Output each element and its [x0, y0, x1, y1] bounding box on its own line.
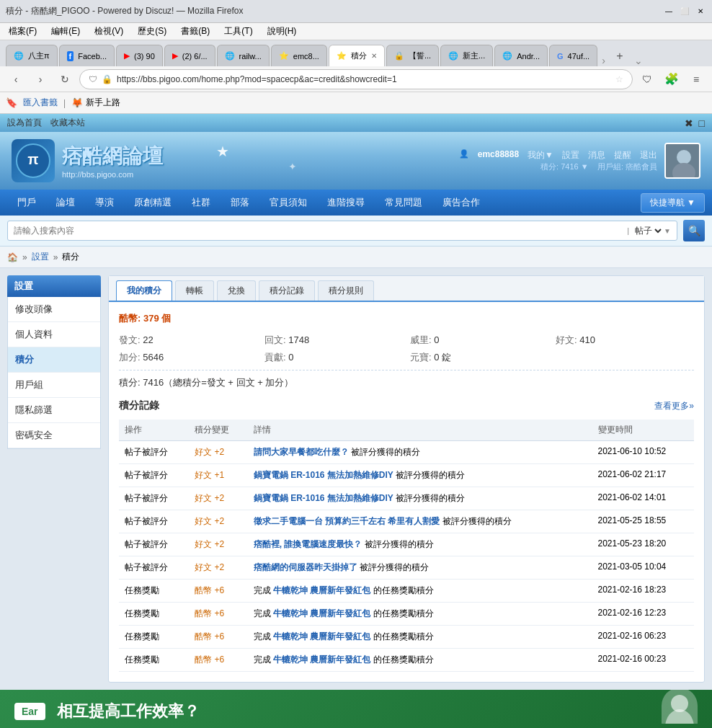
bookmark-site-link[interactable]: 收藏本站 [50, 117, 85, 129]
menu-history[interactable]: 歷史(S) [135, 24, 169, 39]
nav-director[interactable]: 導演 [85, 190, 124, 216]
nav-official[interactable]: 官員須知 [259, 190, 317, 216]
messages-link[interactable]: 消息 [588, 149, 605, 161]
tab-10[interactable]: 🌐Andr... [494, 45, 548, 66]
sidebar-item-credit[interactable]: 積分 [8, 347, 100, 373]
toolbar-bookmark-icon: 🔖 [6, 97, 17, 108]
logo-url: http://bbs.pigoo.com [62, 170, 163, 179]
nav-search[interactable]: 進階搜尋 [317, 190, 375, 216]
nav-original[interactable]: 原創精選 [124, 190, 182, 216]
nav-portal[interactable]: 門戶 [7, 190, 46, 216]
breadcrumb-sep-1: » [22, 252, 27, 262]
log-title: 積分記錄 [119, 399, 159, 412]
tab-exchange[interactable]: 兌換 [217, 280, 256, 301]
menu-bookmarks[interactable]: 書籤(B) [178, 24, 213, 39]
site-header: π 痞酷網論壇 http://bbs.pigoo.com ★ ✦ 👤 emc88… [0, 132, 712, 190]
sidebar-item-security[interactable]: 密碼安全 [8, 423, 100, 448]
total-score: 積分: 7416（總積分=發文 + 回文 + 加分） [119, 370, 694, 389]
nav-forum[interactable]: 論壇 [46, 190, 85, 216]
tab-menu-button[interactable]: ⌄ [631, 55, 646, 66]
new-tab-button[interactable]: + [610, 46, 630, 66]
menu-file[interactable]: 檔案(F) [6, 24, 40, 39]
shield-button[interactable]: 🛡 [637, 69, 657, 89]
extensions-button[interactable]: 🧩 [662, 69, 682, 89]
set-homepage-link[interactable]: 設為首頁 [7, 117, 42, 129]
restore-button[interactable]: ⬜ [679, 6, 690, 17]
menu-help[interactable]: 說明(H) [264, 24, 300, 39]
tab-11[interactable]: G47uf... [549, 45, 597, 66]
tab-4-favicon: ▶ [172, 51, 178, 61]
quick-nav-button[interactable]: 快捷導航 ▼ [641, 193, 705, 213]
nav-faq[interactable]: 常見問題 [375, 190, 432, 216]
tab-4[interactable]: ▶(2) 6/... [164, 45, 215, 66]
logo-image: π [12, 139, 55, 182]
main-content: 設置 修改頭像 個人資料 積分 用戶組 隱私篩選 密碼安全 我的積分 轉帳 兌換… [0, 268, 712, 690]
nav-blog[interactable]: 部落 [221, 190, 259, 216]
star-deco-1: ★ [216, 143, 229, 160]
my-menu-link[interactable]: 我的▼ [528, 149, 553, 161]
table-row: 帖子被評分 好文 +2 鍋寶電鍋 ER-1016 無法加熱維修DIY 被評分獲得… [119, 487, 694, 510]
panel-body: 酷幣: 379 個 發文: 22 回文: 1748 威里: 0 [109, 302, 704, 682]
back-button[interactable]: ‹ [6, 69, 26, 89]
tab-7-active[interactable]: ⭐ 積分 ✕ [329, 45, 385, 66]
tab-close-icon[interactable]: ✕ [371, 52, 377, 60]
menu-view[interactable]: 檢視(V) [92, 24, 126, 39]
table-row: 帖子被評分 好文 +2 請問大家早餐都吃什麼？ 被評分獲得的積分 2021-06… [119, 441, 694, 464]
tab-8[interactable]: 🔒【誓... [386, 45, 439, 66]
settings-link[interactable]: 設置 [562, 149, 579, 161]
tab-7-favicon: ⭐ [337, 51, 347, 61]
address-bar[interactable]: 🛡 🔒 https://bbs.pigoo.com/home.php?mod=s… [79, 69, 633, 89]
tab-my-credit[interactable]: 我的積分 [116, 280, 172, 301]
tab-5[interactable]: 🌐railw... [217, 45, 270, 66]
nav-ads[interactable]: 廣告合作 [432, 190, 490, 216]
stats-grid: 發文: 22 回文: 1748 威里: 0 好文: 410 [119, 334, 694, 364]
sidebar-item-avatar[interactable]: 修改頭像 [8, 297, 100, 322]
menu-edit[interactable]: 編輯(E) [48, 24, 83, 39]
minimize-button[interactable]: — [663, 6, 675, 17]
toolbar-link-firefox[interactable]: 🦊 新手上路 [71, 97, 120, 109]
reminders-link[interactable]: 提醒 [614, 149, 631, 161]
forward-button[interactable]: › [30, 69, 50, 89]
tab-transfer[interactable]: 轉帳 [175, 280, 214, 301]
browser-title: 積分 - 痞酷網_PIGOO - Powered by Discuz! — Mo… [6, 5, 243, 17]
tab-2[interactable]: fFaceb... [59, 45, 115, 66]
tab-overflow-button[interactable]: › [599, 55, 608, 66]
stat-posts: 發文: 22 [119, 334, 257, 347]
search-bar: | 帖子 用戶 ▼ 🔍 [0, 216, 712, 247]
search-dropdown-icon: ▼ [664, 227, 671, 235]
menu-tools[interactable]: 工具(T) [221, 24, 255, 39]
close-button[interactable]: ✕ [695, 6, 706, 17]
log-table: 操作 積分變更 詳情 變更時間 帖子被評分 好文 +2 請問大家早餐都吃什麼？ … [119, 420, 694, 672]
logout-link[interactable]: 退出 [640, 149, 657, 161]
search-button[interactable]: 🔍 [683, 220, 705, 241]
search-divider: | [624, 226, 632, 235]
tab-3[interactable]: ▶(3) 90 [116, 45, 163, 66]
star-deco-2: ✦ [288, 161, 297, 172]
sidebar-item-privacy[interactable]: 隱私篩選 [8, 398, 100, 423]
table-row: 任務獎勵 酷幣 +6 完成 牛轆乾坤 農曆新年發紅包 的任務獎勵積分 2021-… [119, 649, 694, 672]
nav-social[interactable]: 社群 [182, 190, 221, 216]
tab-credit-rules[interactable]: 積分規則 [318, 280, 374, 301]
search-input[interactable] [14, 226, 624, 236]
tab-1[interactable]: 🌐八主π [6, 45, 58, 66]
sidebar-item-profile[interactable]: 個人資料 [8, 322, 100, 347]
bookmark-star-icon[interactable]: ☆ [615, 74, 623, 84]
toolbar-link-import[interactable]: 匯入書籤 [23, 97, 58, 109]
ad-figure [662, 690, 698, 724]
menu-button[interactable]: ≡ [686, 69, 706, 89]
home-icon[interactable]: 🏠 [7, 252, 18, 262]
sidebar-item-usergroup[interactable]: 用戶組 [8, 373, 100, 398]
stat-yuanbao: 元寶: 0 錠 [410, 351, 548, 364]
topbar-collapse-icon[interactable]: □ [699, 117, 705, 129]
logo-name: 痞酷網論壇 [62, 143, 163, 170]
search-type-select[interactable]: 帖子 用戶 [632, 225, 664, 236]
log-more-link[interactable]: 查看更多» [654, 400, 694, 412]
tab-6[interactable]: ⭐emc8... [271, 45, 327, 66]
reload-button[interactable]: ↻ [55, 69, 75, 89]
col-time: 變更時間 [592, 420, 694, 441]
table-row: 任務獎勵 酷幣 +6 完成 牛轆乾坤 農曆新年發紅包 的任務獎勵積分 2021-… [119, 603, 694, 626]
tab-credit-log[interactable]: 積分記錄 [259, 280, 315, 301]
breadcrumb-settings-link[interactable]: 設置 [32, 251, 49, 263]
topbar-expand-icon[interactable]: ✖ [685, 117, 693, 129]
tab-9[interactable]: 🌐新主... [440, 45, 493, 66]
